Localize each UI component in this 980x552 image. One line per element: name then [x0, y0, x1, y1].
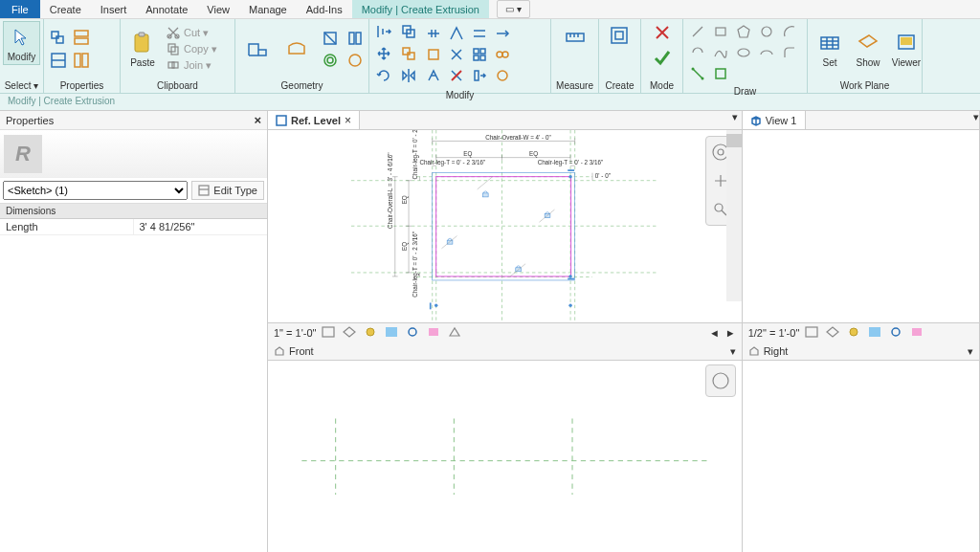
property-value[interactable]: 3' 4 81/256"	[134, 219, 268, 234]
front-canvas[interactable]	[268, 361, 742, 553]
vc-icon-7[interactable]	[448, 326, 463, 340]
view-tab-options[interactable]: ▾	[728, 111, 742, 129]
view1-canvas[interactable]	[743, 130, 979, 322]
geometry-tool-5[interactable]	[345, 28, 366, 49]
draw-rect[interactable]	[710, 21, 731, 42]
modify-ic-3[interactable]	[469, 23, 490, 44]
modify-ic-1[interactable]	[423, 23, 444, 44]
draw-arc2[interactable]	[687, 42, 708, 63]
modify-ic-11[interactable]	[469, 65, 490, 86]
move-tool[interactable]	[373, 43, 394, 64]
menu-context-modify[interactable]: Modify | Create Extrusion	[352, 0, 489, 18]
menu-view[interactable]: View	[197, 0, 239, 18]
vertical-scrollbar[interactable]	[726, 130, 742, 301]
menu-insert[interactable]: Insert	[91, 0, 137, 18]
rotate-tool[interactable]	[373, 65, 394, 86]
scale-display[interactable]: 1" = 1'-0"	[274, 327, 316, 339]
horizontal-scroll-right[interactable]: ►	[725, 327, 736, 339]
menu-manage[interactable]: Manage	[239, 0, 297, 18]
modify-ic-5[interactable]	[423, 44, 444, 65]
geometry-tool-6[interactable]	[345, 50, 366, 71]
modify-ic-8[interactable]	[492, 44, 513, 65]
modify-ic-6[interactable]	[446, 44, 467, 65]
offset-tool[interactable]	[398, 21, 419, 42]
geometry-tool-3[interactable]	[320, 28, 341, 49]
vc2-icon-3[interactable]	[847, 326, 862, 340]
cut-button[interactable]: Cut ▾	[163, 25, 221, 40]
geometry-tool-1[interactable]	[239, 33, 276, 64]
geometry-tool-4[interactable]	[320, 50, 341, 71]
view-tab-right[interactable]: Right ▾	[743, 343, 979, 361]
paste-button[interactable]: Paste	[124, 28, 161, 70]
modify-ic-7[interactable]	[469, 44, 490, 65]
workplane-show[interactable]: Show	[850, 28, 886, 70]
vc2-icon-6[interactable]	[910, 326, 925, 340]
type-selector[interactable]: <Sketch> (1)	[3, 181, 188, 200]
vc-icon-2[interactable]	[343, 326, 358, 340]
properties-icon-1[interactable]	[48, 27, 69, 48]
edit-type-button[interactable]: Edit Type	[191, 181, 264, 200]
properties-icon-2[interactable]	[71, 27, 92, 48]
modify-ic-2[interactable]	[446, 23, 467, 44]
draw-half-ellipse[interactable]	[756, 42, 777, 63]
draw-line[interactable]	[687, 21, 708, 42]
menu-annotate[interactable]: Annotate	[136, 0, 197, 18]
modify-ic-9[interactable]	[423, 65, 444, 86]
nav-wheel-front[interactable]	[709, 369, 732, 392]
geometry-tool-2[interactable]	[279, 33, 316, 64]
copy-tool[interactable]	[398, 43, 419, 64]
view-tab-options-right[interactable]: ▾	[968, 345, 973, 358]
menu-create[interactable]: Create	[40, 0, 91, 18]
finish-mode[interactable]	[649, 46, 676, 69]
draw-pick[interactable]	[687, 63, 708, 84]
draw-pick2[interactable]	[710, 63, 731, 84]
draw-fillet[interactable]	[779, 42, 800, 63]
modify-ic-12[interactable]	[492, 65, 513, 86]
draw-ellipse[interactable]	[733, 42, 754, 63]
draw-circle[interactable]	[756, 21, 777, 42]
modify-ic-10[interactable]	[446, 65, 467, 86]
create-tool[interactable]	[602, 21, 638, 52]
file-menu[interactable]: File	[0, 0, 40, 18]
right-canvas[interactable]	[743, 361, 979, 553]
join-button[interactable]: Join ▾	[163, 57, 221, 73]
ref-level-canvas[interactable]: Chair-Overall-W = 4' - 0" EQ EQ Chair-le…	[268, 130, 742, 322]
draw-arc[interactable]	[779, 21, 800, 42]
horizontal-scroll-left[interactable]: ◄	[709, 327, 720, 339]
vc-icon-3[interactable]	[364, 326, 379, 340]
view-tab-view1[interactable]: View 1	[743, 111, 806, 129]
draw-poly[interactable]	[733, 21, 754, 42]
measure-tool[interactable]	[557, 21, 593, 52]
vc-icon-4[interactable]	[385, 326, 400, 340]
select-dropdown[interactable]: Select ▾	[0, 78, 43, 93]
scale-display-right[interactable]: 1/2" = 1'-0"	[748, 327, 800, 339]
vc2-icon-1[interactable]	[805, 326, 820, 340]
vc-icon-1[interactable]	[322, 326, 337, 340]
properties-icon-4[interactable]	[71, 50, 92, 71]
draw-spline[interactable]	[710, 42, 731, 63]
properties-icon-3[interactable]	[48, 50, 69, 71]
view-tab-ref-level[interactable]: Ref. Level ×	[268, 111, 360, 129]
vc-icon-6[interactable]	[427, 326, 442, 340]
properties-close[interactable]: ×	[254, 113, 261, 127]
workplane-viewer[interactable]: Viewer	[888, 28, 924, 70]
tab-icon-3d	[750, 115, 762, 126]
ribbon-group-clipboard-label: Clipboard	[121, 78, 234, 93]
mirror-tool[interactable]	[398, 65, 419, 86]
vc2-icon-5[interactable]	[889, 326, 904, 340]
menu-view-dropdown[interactable]: ▭ ▾	[497, 0, 530, 18]
view-tab-options-front[interactable]: ▾	[730, 345, 736, 358]
view-tab-front[interactable]: Front ▾	[268, 343, 742, 361]
vc2-icon-4[interactable]	[868, 326, 883, 340]
copy-button[interactable]: Copy ▾	[163, 41, 221, 56]
workplane-set[interactable]: Set	[812, 28, 848, 70]
align-tool[interactable]	[373, 21, 394, 42]
vc-icon-5[interactable]	[406, 326, 421, 340]
view-tab-options-v1[interactable]: ▾	[973, 111, 979, 129]
modify-ic-4[interactable]	[492, 23, 513, 44]
vc2-icon-2[interactable]	[826, 326, 841, 340]
cancel-mode[interactable]	[649, 21, 676, 44]
menu-addins[interactable]: Add-Ins	[297, 0, 352, 18]
modify-tool[interactable]: Modify	[3, 21, 40, 65]
view-tab-close[interactable]: ×	[345, 114, 351, 127]
